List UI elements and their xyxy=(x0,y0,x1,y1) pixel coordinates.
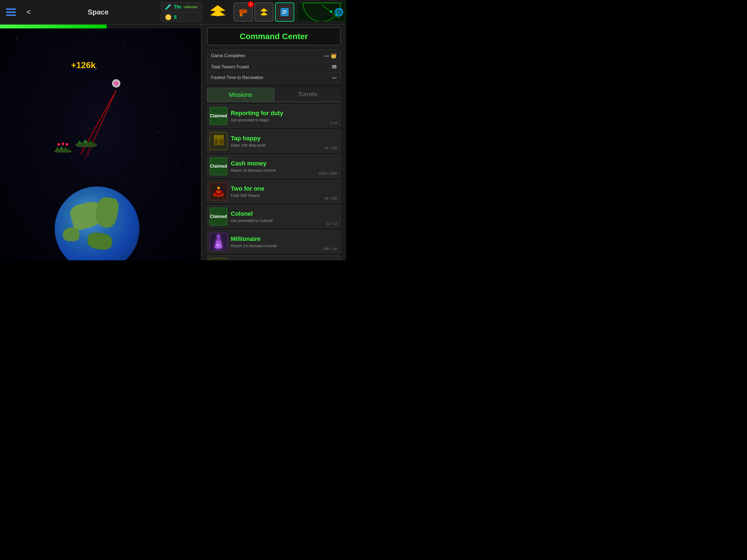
mission-info: Millionaire Reach 1m biomass income xyxy=(231,235,338,248)
hammer-button[interactable]: ! xyxy=(233,2,253,22)
turret xyxy=(112,79,120,87)
svg-line-34 xyxy=(213,196,214,199)
tab-missions[interactable]: Missions xyxy=(207,87,275,102)
mission-progress: 34 / 100 xyxy=(324,146,337,150)
menu-button[interactable] xyxy=(3,4,19,20)
crown-icon: 👑 xyxy=(331,53,337,59)
svg-line-35 xyxy=(223,196,224,199)
progress-bar xyxy=(0,25,107,28)
score-popup: +126k xyxy=(71,60,96,70)
mission-title: Two for one xyxy=(231,185,338,192)
svg-rect-38 xyxy=(217,236,220,240)
svg-rect-10 xyxy=(240,12,242,17)
mission-item-cash-money[interactable]: Claimed Cash money Reach 1k biomass inco… xyxy=(207,155,341,178)
mission-desc: Fuse 500 Towers xyxy=(231,193,338,198)
svg-point-33 xyxy=(217,187,220,189)
mission-progress: 1000 / 1000 xyxy=(318,171,337,175)
ground-unit-2 xyxy=(74,133,98,148)
svg-point-5 xyxy=(61,143,64,145)
mission-desc: Reach 1m biomass income xyxy=(231,244,338,248)
stat-row-game-completes: Game Completes --- 👑 xyxy=(207,50,340,62)
inventory-button[interactable] xyxy=(275,2,294,22)
panel-tabs: Missions Turrets xyxy=(207,87,341,102)
mission-progress: 35 / 500 xyxy=(324,196,337,200)
mission-item-reporting[interactable]: Claimed Reporting for duty Get promoted … xyxy=(207,104,341,127)
resource-box: 🧪 7m +40k/sec 🪙 5 xyxy=(161,2,202,22)
mission-info: Reporting for duty Get promoted to Major xyxy=(231,110,338,122)
svg-marker-14 xyxy=(260,12,268,16)
stats-table: Game Completes --- 👑 Total Towers Fused … xyxy=(207,50,341,83)
svg-rect-22 xyxy=(214,139,218,145)
mission-title: Reporting for duty xyxy=(231,110,338,117)
missions-list: Claimed Reporting for duty Get promoted … xyxy=(207,102,341,260)
svg-rect-16 xyxy=(282,10,287,11)
svg-rect-17 xyxy=(282,12,287,12)
top-bar: < Space 🧪 7m +40k/sec 🪙 5 ! xyxy=(0,0,346,25)
stat-row-fastest-time: Fastest Time to Recreation --- xyxy=(207,73,340,83)
mission-progress: 5 / 6 xyxy=(330,121,337,125)
command-center-title: Command Center xyxy=(211,32,336,41)
stat-value: --- xyxy=(332,75,337,80)
mission-item-2000-pods[interactable]: 2000 Pods Open 2000 drop-pods 34 / 2000 xyxy=(207,255,341,260)
mission-icon-claimed: Claimed xyxy=(209,107,228,125)
rank-icon xyxy=(207,2,229,22)
stat-label: Game Completes xyxy=(211,53,245,58)
back-button[interactable]: < xyxy=(22,4,35,20)
stat-row-towers-fused: Total Towers Fused 35 xyxy=(207,62,340,73)
svg-point-6 xyxy=(66,143,68,146)
stat-value: 35 xyxy=(332,65,337,70)
mission-item-millionaire[interactable]: Millionaire Reach 1m biomass income 40k … xyxy=(207,230,341,253)
radar-display: 🌐 xyxy=(297,2,346,22)
coins-value: 5 xyxy=(174,15,177,20)
stat-label: Total Towers Fused xyxy=(211,65,249,70)
svg-rect-24 xyxy=(219,139,223,145)
hammer-badge: ! xyxy=(248,1,254,7)
mission-title: Millionaire xyxy=(231,235,338,243)
svg-line-1 xyxy=(85,90,116,159)
svg-marker-13 xyxy=(260,8,268,12)
svg-rect-37 xyxy=(217,235,220,236)
mission-info: Cash money Reach 1k biomass income xyxy=(231,160,338,173)
mission-title: Tap happy xyxy=(231,135,338,142)
svg-point-39 xyxy=(216,244,221,248)
svg-rect-12 xyxy=(242,9,244,11)
mission-item-colonel[interactable]: Claimed Colonel Get promoted to Colonel … xyxy=(207,205,341,228)
mission-info: Two for one Fuse 500 Towers xyxy=(231,185,338,198)
mission-icon-locked xyxy=(209,258,228,260)
mission-progress: 40k / 1m xyxy=(324,247,337,251)
biomass-bonus: +40k/sec xyxy=(183,5,198,9)
nav-icons: ! xyxy=(233,2,294,22)
mission-icon-claimed: Claimed xyxy=(209,157,228,175)
stat-label: Fastest Time to Recreation xyxy=(211,75,263,80)
svg-point-40 xyxy=(216,244,218,246)
mission-icon-tower xyxy=(209,182,228,200)
mission-desc: Get promoted to Colonel xyxy=(231,219,338,223)
mission-title: Cash money xyxy=(231,160,338,167)
ground-unit-1 xyxy=(53,142,73,154)
mission-icon-locked xyxy=(209,132,228,150)
mission-info: Colonel Get promoted to Colonel xyxy=(231,210,338,223)
tab-turrets[interactable]: Turrets xyxy=(275,87,341,102)
stat-value: --- 👑 xyxy=(325,53,337,59)
page-title: Space xyxy=(35,8,161,17)
progress-bar-container xyxy=(0,25,201,28)
flask-icon: 🧪 xyxy=(165,4,172,10)
mission-desc: Get promoted to Major xyxy=(231,118,338,122)
mission-info: Tap happy Open 100 drop-pods xyxy=(231,135,338,147)
svg-point-4 xyxy=(57,143,60,146)
command-center-header: Command Center xyxy=(207,27,341,45)
mission-item-tap-happy[interactable]: Tap happy Open 100 drop-pods 34 / 100 xyxy=(207,130,341,153)
earth-globe xyxy=(55,186,139,260)
mission-icon-flask xyxy=(209,233,228,251)
mission-icon-claimed: Claimed xyxy=(209,207,228,226)
mission-progress: 12 / 12 xyxy=(326,222,337,226)
mission-item-two-for-one[interactable]: Two for one Fuse 500 Towers 35 / 500 xyxy=(207,180,341,203)
game-area: +126k xyxy=(0,0,201,260)
biomass-resource: 🧪 7m +40k/sec xyxy=(161,2,202,11)
svg-rect-18 xyxy=(282,13,285,14)
mission-desc: Open 100 drop-pods xyxy=(231,143,338,147)
coins-resource: 🪙 5 xyxy=(161,12,202,22)
promotions-button[interactable] xyxy=(254,2,274,22)
coin-icon: 🪙 xyxy=(165,14,172,21)
biomass-value: 7m xyxy=(174,4,181,10)
